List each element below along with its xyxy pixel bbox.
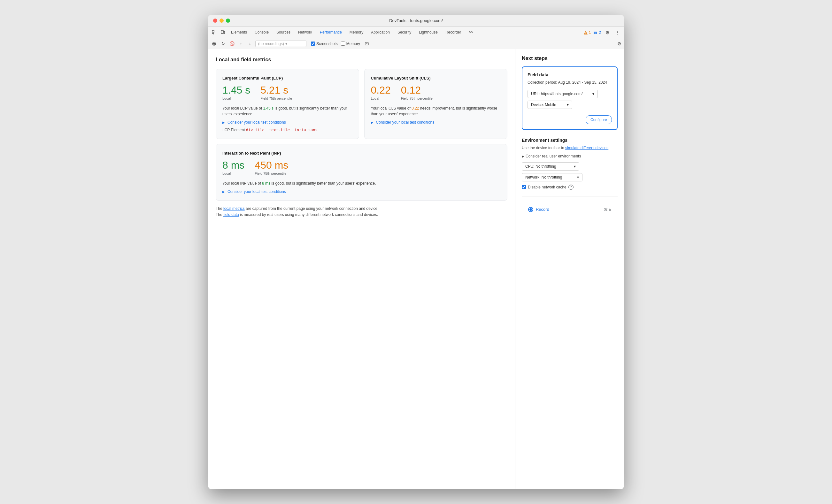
lcp-local-value: 1.45 s	[223, 85, 250, 95]
record-circle-icon	[528, 207, 533, 212]
tab-overflow[interactable]: >>	[465, 27, 477, 38]
cls-field-label: Field 75th percentile	[401, 97, 433, 100]
lcp-description: Your local LCP value of 1.45 s is good, …	[223, 105, 353, 117]
record-inner-dot	[529, 208, 532, 211]
lcp-field-value: 5.21 s	[260, 85, 292, 95]
local-metrics-link[interactable]: local metrics	[223, 206, 245, 211]
cls-field-group: 0.12 Field 75th percentile	[401, 85, 433, 100]
svg-point-12	[366, 44, 367, 44]
minimize-button[interactable]	[219, 19, 224, 23]
tab-recorder[interactable]: Recorder	[442, 27, 465, 38]
cls-local-group: 0.22 Local	[371, 85, 391, 100]
field-data-card: Field data Collection period: Aug 19, 20…	[522, 67, 618, 130]
clear-btn[interactable]: 🚫	[229, 40, 235, 47]
settings-icon[interactable]: ⚙	[603, 29, 611, 36]
tab-network[interactable]: Network	[294, 27, 316, 38]
tab-application[interactable]: Application	[367, 27, 394, 38]
cpu-dropdown[interactable]: CPU: No throttling ▾	[522, 162, 579, 170]
simulate-devices-link[interactable]: simulate different devices	[565, 145, 608, 150]
configure-button[interactable]: Configure	[586, 115, 612, 124]
record-button[interactable]: Record	[536, 207, 549, 212]
devtools-window: DevTools - fonts.google.com/ Elements Co…	[208, 15, 624, 489]
network-dropdown[interactable]: Network: No throttling ▾	[522, 173, 582, 181]
cls-title: Cumulative Layout Shift (CLS)	[371, 76, 501, 80]
tab-memory[interactable]: Memory	[346, 27, 367, 38]
more-icon[interactable]: ⋮	[614, 29, 621, 36]
tab-console[interactable]: Console	[251, 27, 272, 38]
close-button[interactable]	[213, 19, 217, 23]
help-icon[interactable]: ?	[568, 185, 573, 190]
inp-field-label: Field 75th percentile	[255, 171, 288, 175]
inp-title: Interaction to Next Paint (INP)	[223, 151, 501, 156]
download-btn[interactable]: ↓	[246, 40, 253, 47]
svg-text:!: !	[585, 32, 586, 34]
cls-field-value: 0.12	[401, 85, 433, 95]
collection-period: Collection period: Aug 19, 2024 - Sep 15…	[527, 80, 612, 85]
lcp-consider-link[interactable]: ▶Consider your local test conditions	[223, 120, 353, 125]
lcp-element: LCP Element div.tile__text.tile__inria_s…	[223, 128, 353, 132]
footer-line1: The local metrics are captured from the …	[216, 206, 508, 212]
svg-point-9	[213, 43, 215, 45]
inspect-icon[interactable]	[211, 29, 218, 36]
next-steps-title: Next steps	[522, 56, 618, 61]
url-dropdown-row: URL: https://fonts.google.com/ ▾	[527, 90, 612, 98]
reload-btn[interactable]: ↻	[219, 40, 227, 47]
titlebar: DevTools - fonts.google.com/	[208, 15, 624, 27]
device-dropdown[interactable]: Device: Mobile ▾	[527, 101, 572, 109]
tab-sources[interactable]: Sources	[272, 27, 294, 38]
recording-dropdown[interactable]: (no recordings) ▾	[255, 41, 306, 47]
metrics-grid: Largest Contentful Paint (LCP) 1.45 s Lo…	[216, 69, 508, 139]
field-data-link[interactable]: field data	[223, 212, 239, 217]
record-toolbar-btn[interactable]	[211, 40, 217, 47]
cpu-throttle-icon[interactable]	[363, 40, 370, 47]
cls-description: Your local CLS value of 0.22 needs impro…	[371, 105, 501, 117]
lcp-card: Largest Contentful Paint (LCP) 1.45 s Lo…	[216, 69, 359, 139]
memory-checkbox-label[interactable]: Memory	[341, 42, 360, 46]
record-bar: Record ⌘ E	[522, 203, 618, 216]
maximize-button[interactable]	[226, 19, 230, 23]
warning-badge[interactable]: ! 1	[583, 30, 591, 35]
environment-settings: Environment settings Use the device tool…	[522, 138, 618, 190]
page-title: Local and field metrics	[216, 57, 508, 62]
device-dropdown-row: Device: Mobile ▾	[527, 101, 612, 109]
tab-security[interactable]: Security	[394, 27, 415, 38]
checkbox-group: Screenshots Memory	[311, 40, 370, 47]
configure-btn-row: Configure	[527, 111, 612, 124]
device-icon[interactable]	[219, 29, 227, 36]
nav-right-controls: ! 1 i 2 ⚙ ⋮	[583, 29, 621, 36]
upload-btn[interactable]: ↑	[237, 40, 244, 47]
devtools-navbar: Elements Console Sources Network Perform…	[208, 27, 624, 38]
disable-cache-row: Disable network cache ?	[522, 185, 618, 190]
screenshots-checkbox[interactable]	[311, 42, 315, 46]
screenshots-checkbox-label[interactable]: Screenshots	[311, 42, 338, 46]
cpu-dropdown-row: CPU: No throttling ▾	[522, 162, 618, 170]
memory-checkbox[interactable]	[341, 42, 345, 46]
footer-text: The local metrics are captured from the …	[216, 206, 508, 218]
inp-field-value: 450 ms	[255, 160, 288, 170]
lcp-values: 1.45 s Local 5.21 s Field 75th percentil…	[223, 85, 353, 100]
left-panel: Local and field metrics Largest Contentf…	[208, 49, 515, 489]
tab-lighthouse[interactable]: Lighthouse	[415, 27, 442, 38]
disable-cache-checkbox[interactable]	[522, 185, 526, 189]
inp-field-group: 450 ms Field 75th percentile	[255, 160, 288, 175]
inp-values: 8 ms Local 450 ms Field 75th percentile	[223, 160, 501, 175]
inp-local-label: Local	[223, 171, 244, 175]
network-dropdown-row: Network: No throttling ▾	[522, 173, 618, 181]
toolbar-settings-icon[interactable]: ⚙	[617, 41, 621, 46]
consider-real-env-toggle[interactable]: ▶Consider real user environments	[522, 154, 618, 158]
cls-consider-link[interactable]: ▶Consider your local test conditions	[371, 120, 501, 125]
footer-line2: The field data is measured by real users…	[216, 212, 508, 218]
url-dropdown[interactable]: URL: https://fonts.google.com/ ▾	[527, 90, 598, 98]
cls-values: 0.22 Local 0.12 Field 75th percentile	[371, 85, 501, 100]
tab-elements[interactable]: Elements	[227, 27, 251, 38]
info-badge[interactable]: i 2	[593, 30, 601, 35]
record-shortcut: ⌘ E	[604, 207, 611, 212]
field-data-title: Field data	[527, 72, 612, 77]
divider	[522, 196, 618, 196]
tab-performance[interactable]: Performance	[316, 27, 346, 38]
inp-local-group: 8 ms Local	[223, 160, 244, 175]
main-content: Local and field metrics Largest Contentf…	[208, 49, 624, 489]
lcp-title: Largest Contentful Paint (LCP)	[223, 76, 353, 80]
svg-rect-0	[212, 30, 214, 32]
inp-consider-link[interactable]: ▶Consider your local test conditions	[223, 189, 501, 194]
